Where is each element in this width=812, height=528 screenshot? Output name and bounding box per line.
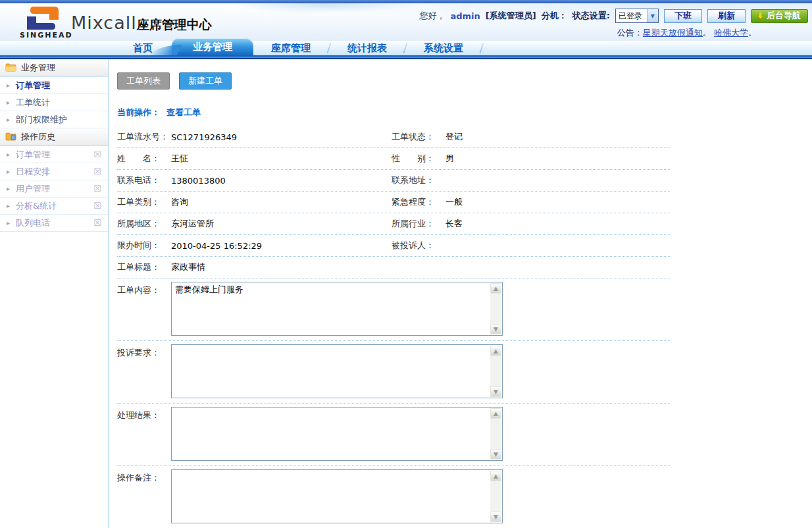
announcement-link-2[interactable]: 哈佛大学 bbox=[714, 28, 748, 38]
form-row: 投诉要求： ▲ ▼ bbox=[117, 341, 670, 404]
scrollbar[interactable]: ▲ ▼ bbox=[490, 408, 501, 460]
close-icon[interactable]: ☒ bbox=[93, 163, 101, 180]
form-row: 联系电话：1380013800 联系地址： bbox=[117, 170, 670, 192]
scroll-up-icon[interactable]: ▲ bbox=[490, 283, 501, 294]
field-label: 投诉要求： bbox=[117, 347, 171, 359]
brand-suffix: 座席管理中心 bbox=[137, 17, 212, 32]
singhead-logo-icon bbox=[24, 6, 61, 31]
ticket-form: 工单流水号：SC1271926349 工单状态：登记 姓 名：王怔 性 别：男 … bbox=[117, 126, 670, 528]
refresh-button[interactable]: 刷新 bbox=[707, 9, 746, 23]
status-label: 状态设置: bbox=[572, 10, 610, 22]
close-icon[interactable]: ☒ bbox=[93, 146, 101, 163]
bullet-arrow-icon: ▸ bbox=[7, 215, 10, 231]
scrollbar[interactable]: ▲ ▼ bbox=[490, 283, 501, 334]
company-logo: SINGHEAD bbox=[20, 6, 66, 40]
download-arrow-icon: ⬇ bbox=[757, 11, 763, 20]
field-label: 处理结果： bbox=[117, 409, 171, 421]
form-row: 所属地区：东河运管所 所属行业：长客 bbox=[117, 213, 670, 235]
app-title: Mixcall座席管理中心 bbox=[71, 13, 212, 34]
ticket-serial-value: SC1271926349 bbox=[171, 132, 237, 142]
status-select[interactable]: 已登录 ▼ bbox=[615, 9, 659, 23]
field-label: 操作备注： bbox=[117, 472, 171, 484]
close-icon[interactable]: ☒ bbox=[93, 198, 101, 214]
extension-label: 分机： bbox=[542, 10, 567, 22]
form-row: 工单标题：家政事情 bbox=[117, 257, 670, 278]
tab-seat-management[interactable]: 座席管理 bbox=[253, 41, 328, 55]
period-1: 。 bbox=[703, 28, 711, 38]
chevron-down-icon[interactable]: ▼ bbox=[647, 9, 658, 22]
sidebar-item-order-management[interactable]: ▸ 订单管理 bbox=[0, 77, 108, 94]
handle-result-textarea[interactable]: ▲ ▼ bbox=[171, 407, 503, 461]
logo-text: SINGHEAD bbox=[20, 31, 66, 40]
sidebar-item-label: 订单管理 bbox=[16, 80, 50, 90]
new-ticket-button[interactable]: 新建工单 bbox=[179, 72, 232, 90]
bullet-arrow-icon: ▸ bbox=[7, 163, 10, 180]
field-label: 工单流水号： bbox=[117, 131, 171, 143]
sidebar-section-business[interactable]: 业务管理 bbox=[0, 59, 108, 77]
sidebar-item-ticket-statistics[interactable]: ▸ 工单统计 bbox=[0, 94, 108, 111]
tab-statistics-report[interactable]: 统计报表 bbox=[330, 41, 405, 55]
sidebar-history-analysis-statistics[interactable]: ▸ 分析&统计 ☒ bbox=[0, 198, 108, 215]
bullet-arrow-icon: ▸ bbox=[7, 146, 10, 163]
scroll-down-icon[interactable]: ▼ bbox=[490, 324, 501, 334]
sidebar-history-order-management[interactable]: ▸ 订单管理 ☒ bbox=[0, 146, 108, 163]
sidebar: 业务管理 ▸ 订单管理 ▸ 工单统计 ▸ 部门权限维护 操作历史 ▸ 订单管理 … bbox=[0, 59, 109, 528]
bullet-arrow-icon: ▸ bbox=[7, 94, 10, 111]
tab-business-management[interactable]: 业务管理 bbox=[172, 38, 253, 55]
sidebar-item-label: 订单管理 bbox=[16, 149, 50, 159]
current-operation: 当前操作：查看工单 bbox=[117, 107, 812, 119]
field-label: 工单状态： bbox=[392, 131, 445, 143]
form-row: 限办时间：2010-04-25 16:52:29 被投诉人： bbox=[117, 235, 670, 257]
sidebar-history-user-management[interactable]: ▸ 用户管理 ☒ bbox=[0, 180, 108, 198]
folder-history-icon bbox=[5, 132, 16, 141]
field-label: 工单内容： bbox=[117, 284, 171, 296]
sidebar-history-schedule[interactable]: ▸ 日程安排 ☒ bbox=[0, 163, 108, 180]
scroll-up-icon[interactable]: ▲ bbox=[490, 471, 501, 481]
field-label: 联系地址： bbox=[392, 174, 445, 186]
scrollbar[interactable]: ▲ ▼ bbox=[490, 346, 501, 397]
off-work-button[interactable]: 下班 bbox=[664, 9, 702, 23]
bullet-arrow-icon: ▸ bbox=[7, 180, 10, 197]
ticket-status-value: 登记 bbox=[445, 131, 463, 143]
announcement-label: 公告： bbox=[617, 28, 643, 38]
deadline-value: 2010-04-25 16:52:29 bbox=[171, 241, 262, 251]
backend-nav-label: 后台导航 bbox=[767, 10, 801, 22]
sidebar-history-queue-calls[interactable]: ▸ 队列电话 ☒ bbox=[0, 215, 108, 232]
scroll-up-icon[interactable]: ▲ bbox=[490, 408, 501, 419]
brand-name: Mixcall bbox=[71, 13, 137, 33]
region-value: 东河运管所 bbox=[171, 218, 214, 230]
form-row: 操作备注： ▲ ▼ bbox=[117, 466, 670, 528]
folder-icon bbox=[5, 63, 16, 72]
scroll-up-icon[interactable]: ▲ bbox=[490, 346, 501, 356]
current-operation-label: 当前操作： bbox=[117, 107, 160, 117]
ticket-content-textarea[interactable]: 需要保姆上门服务 ▲ ▼ bbox=[171, 282, 503, 336]
announcement-bar: 公告：星期天放假通知。 哈佛大学。 bbox=[420, 27, 809, 39]
ticket-title-value: 家政事情 bbox=[171, 261, 205, 273]
app-header: SINGHEAD Mixcall座席管理中心 您好， admin [系统管理员]… bbox=[0, 3, 812, 41]
complaint-request-textarea[interactable]: ▲ ▼ bbox=[171, 344, 503, 398]
username: admin bbox=[451, 11, 480, 21]
close-icon[interactable]: ☒ bbox=[93, 215, 101, 231]
scroll-down-icon[interactable]: ▼ bbox=[490, 449, 501, 460]
close-icon[interactable]: ☒ bbox=[93, 180, 101, 197]
field-label: 性 别： bbox=[392, 153, 445, 165]
operation-note-textarea[interactable]: ▲ ▼ bbox=[171, 469, 503, 523]
tab-system-settings[interactable]: 系统设置 bbox=[406, 41, 481, 55]
scroll-down-icon[interactable]: ▼ bbox=[490, 386, 501, 397]
sidebar-item-department-permissions[interactable]: ▸ 部门权限维护 bbox=[0, 111, 108, 128]
sidebar-section-history[interactable]: 操作历史 bbox=[0, 128, 108, 146]
form-row: 工单内容： 需要保姆上门服务 ▲ ▼ bbox=[117, 278, 670, 341]
bullet-arrow-icon: ▸ bbox=[7, 198, 10, 214]
ticket-content-value: 需要保姆上门服务 bbox=[175, 284, 243, 294]
bullet-arrow-icon: ▸ bbox=[7, 77, 10, 93]
form-row: 姓 名：王怔 性 别：男 bbox=[117, 148, 670, 170]
backend-nav-button[interactable]: ⬇ 后台导航 bbox=[751, 9, 808, 23]
status-select-value: 已登录 bbox=[616, 11, 647, 22]
scrollbar[interactable]: ▲ ▼ bbox=[490, 471, 501, 522]
scroll-down-icon[interactable]: ▼ bbox=[490, 512, 501, 522]
announcement-link-1[interactable]: 星期天放假通知 bbox=[643, 28, 703, 38]
user-role: [系统管理员] bbox=[486, 10, 536, 22]
sidebar-section-title: 业务管理 bbox=[21, 62, 55, 74]
ticket-list-button[interactable]: 工单列表 bbox=[117, 72, 170, 90]
field-label: 工单标题： bbox=[117, 261, 171, 273]
